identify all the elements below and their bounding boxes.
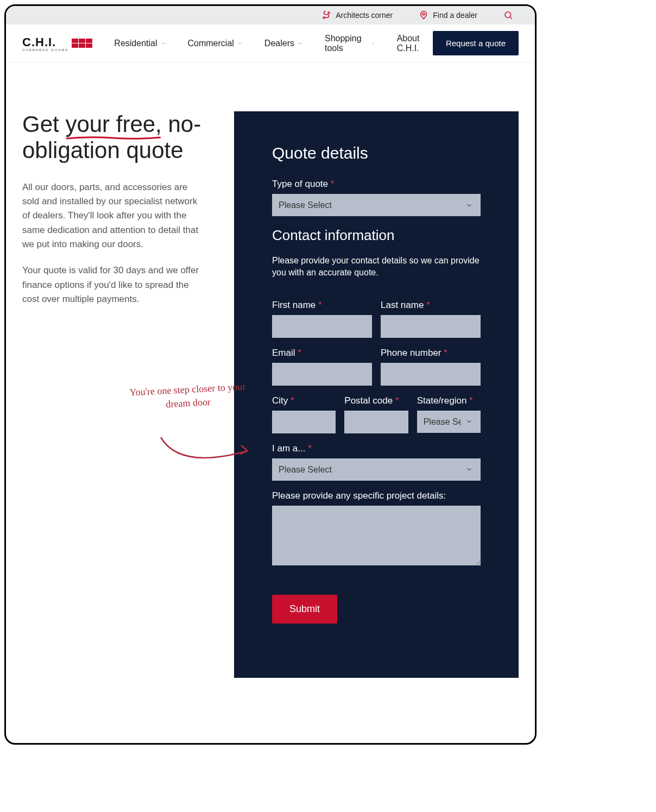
label-last-text: Last name: [381, 300, 424, 310]
logo-text: C.H.I.: [22, 35, 56, 49]
main-content: Get your free, no-obligation quote All o…: [6, 62, 535, 743]
label-email: Email *: [272, 348, 372, 358]
city-input[interactable]: [272, 411, 336, 433]
label-type-text: Type of quote: [272, 179, 328, 189]
page-title: Get your free, no-obligation quote: [22, 111, 201, 164]
nav-about-label: About C.H.I.: [397, 34, 433, 53]
label-first-name: First name *: [272, 300, 372, 311]
chevron-down-icon: [237, 41, 243, 46]
phone-input[interactable]: [381, 363, 481, 386]
chevron-down-icon: [371, 41, 375, 46]
logo-squares-icon: [72, 39, 92, 48]
nav-commercial-label: Commercial: [188, 39, 234, 48]
label-last-name: Last name *: [381, 300, 481, 311]
route-icon: [321, 10, 331, 20]
arrow-scribble-icon: [158, 426, 256, 470]
label-state-text: State/region: [417, 395, 467, 406]
nav-dealers-label: Dealers: [264, 39, 294, 48]
state-select[interactable]: Please Se: [417, 411, 481, 433]
hero-paragraph-1: All our doors, parts, and accessories ar…: [22, 180, 201, 252]
svg-point-1: [328, 12, 330, 14]
type-of-quote-select[interactable]: Please Select: [272, 194, 481, 216]
nav-about[interactable]: About C.H.I.: [397, 34, 433, 53]
nav-shopping-tools[interactable]: Shopping tools: [325, 34, 375, 53]
label-iam-text: I am a...: [272, 443, 305, 454]
location-pin-icon: [419, 10, 428, 20]
topbar: Architects corner Find a dealer: [6, 6, 535, 24]
svg-point-2: [422, 13, 425, 15]
required-asterisk: *: [469, 395, 473, 406]
required-asterisk: *: [331, 179, 335, 189]
label-email-text: Email: [272, 348, 295, 358]
first-name-input[interactable]: [272, 315, 372, 338]
label-phone-text: Phone number: [381, 348, 441, 358]
postal-input[interactable]: [344, 411, 408, 433]
required-asterisk: *: [298, 348, 301, 358]
form-section-title-quote: Quote details: [272, 144, 481, 162]
logo-subtext: OVERHEAD DOORS: [22, 48, 68, 52]
architects-corner-label: Architects corner: [336, 11, 393, 20]
label-city-text: City: [272, 395, 288, 406]
hero-paragraph-2: Your quote is valid for 30 days and we o…: [22, 263, 201, 306]
chevron-down-icon: [298, 41, 303, 46]
nav-dealers[interactable]: Dealers: [264, 39, 303, 48]
architects-corner-link[interactable]: Architects corner: [321, 10, 393, 20]
submit-button[interactable]: Submit: [272, 595, 337, 624]
required-asterisk: *: [308, 443, 312, 454]
page-title-pre: Get: [22, 111, 65, 137]
label-first-text: First name: [272, 300, 316, 310]
search-button[interactable]: [503, 10, 513, 20]
label-phone: Phone number *: [381, 348, 481, 358]
email-input[interactable]: [272, 363, 372, 386]
required-asterisk: *: [291, 395, 294, 406]
find-dealer-link[interactable]: Find a dealer: [419, 10, 477, 20]
last-name-input[interactable]: [381, 315, 481, 338]
required-asterisk: *: [444, 348, 447, 358]
logo[interactable]: C.H.I. OVERHEAD DOORS: [22, 35, 92, 52]
underline-scribble-icon: [65, 135, 161, 141]
required-asterisk: *: [318, 300, 322, 310]
svg-point-3: [505, 12, 511, 18]
nav-residential-label: Residential: [114, 39, 157, 48]
required-asterisk: *: [395, 395, 399, 406]
label-project-details: Please provide any specific project deta…: [272, 490, 481, 501]
find-dealer-label: Find a dealer: [433, 11, 477, 20]
chevron-down-icon: [161, 41, 166, 46]
nav-shopping-label: Shopping tools: [325, 34, 368, 53]
request-quote-button[interactable]: Request a quote: [433, 31, 519, 55]
project-details-textarea[interactable]: [272, 506, 481, 565]
page-title-underline: your free,: [65, 111, 161, 137]
navbar: C.H.I. OVERHEAD DOORS Residential Commer…: [6, 24, 535, 62]
i-am-a-select[interactable]: Please Select: [272, 458, 481, 481]
label-state: State/region *: [417, 395, 481, 406]
label-type-of-quote: Type of quote *: [272, 179, 481, 190]
svg-point-0: [323, 17, 325, 18]
label-city: City *: [272, 395, 336, 406]
nav-commercial[interactable]: Commercial: [188, 39, 243, 48]
form-section-title-contact: Contact information: [272, 227, 481, 244]
label-postal: Postal code *: [344, 395, 408, 406]
label-postal-text: Postal code: [344, 395, 393, 406]
form-contact-intro: Please provide your contact details so w…: [272, 255, 481, 279]
nav-residential[interactable]: Residential: [114, 39, 166, 48]
label-i-am-a: I am a... *: [272, 443, 481, 454]
quote-form: Quote details Type of quote * Please Sel…: [234, 111, 519, 678]
required-asterisk: *: [426, 300, 430, 310]
search-icon: [503, 10, 513, 20]
decorative-dots: [4, 667, 109, 745]
